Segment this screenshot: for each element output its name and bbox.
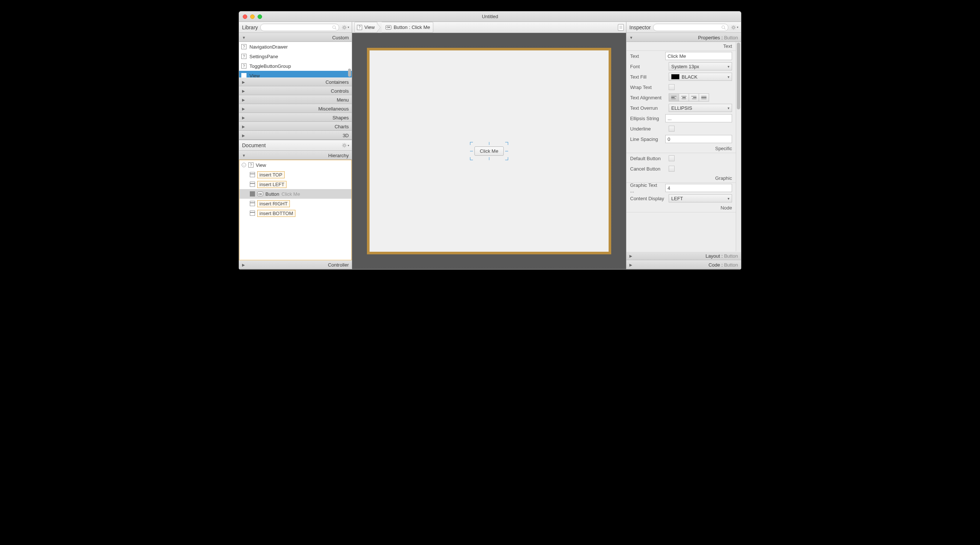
color-swatch-icon — [671, 74, 679, 79]
code-section[interactable]: ▶ Code : Button — [627, 260, 741, 269]
hierarchy-root-view[interactable]: − ? View — [239, 160, 352, 170]
titlebar: Untitled — [239, 11, 741, 22]
graphic-text-gap-input[interactable] — [665, 184, 732, 192]
layout-section[interactable]: ▶ Layout : Button — [627, 251, 741, 260]
prop-font: Font System 13px — [627, 61, 736, 72]
inspector-scrollbar[interactable] — [736, 42, 741, 251]
align-right-button[interactable] — [689, 93, 699, 102]
inspector-body: Text Text Font System 13px Text Fill BLA… — [627, 42, 736, 251]
unknown-icon: ? — [241, 44, 247, 49]
canvas-button[interactable]: Click Me — [474, 147, 504, 156]
unknown-icon: ? — [357, 25, 362, 30]
gear-icon — [342, 143, 347, 148]
default-button-checkbox[interactable] — [669, 155, 675, 161]
selection-handle-icon[interactable] — [470, 142, 473, 145]
breadcrumb-view[interactable]: ? View — [354, 22, 377, 33]
section-shapes[interactable]: ▶Shapes — [239, 113, 352, 122]
selection-handle-icon[interactable] — [489, 142, 490, 145]
library-search[interactable] — [260, 24, 339, 31]
prop-alignment: Text Alignment — [627, 92, 736, 103]
scrollbar-thumb[interactable] — [737, 43, 740, 109]
window-title: Untitled — [239, 14, 741, 19]
prop-wraptext: Wrap Text — [627, 82, 736, 92]
breadcrumb-button[interactable]: OK Button : Click Me — [382, 22, 433, 33]
hierarchy-insert-left[interactable]: insert LEFT — [239, 179, 352, 189]
section-controls[interactable]: ▶Controls — [239, 86, 352, 95]
prop-ellipsis: Ellipsis String — [627, 113, 736, 123]
section-miscellaneous[interactable]: ▶Miscellaneous — [239, 104, 352, 113]
chevron-right-icon: ▶ — [629, 254, 632, 258]
hierarchy-insert-top[interactable]: insert TOP — [239, 170, 352, 179]
selection-handle-icon[interactable] — [470, 151, 473, 151]
hierarchy-section[interactable]: ▼ Hierarchy — [239, 151, 352, 160]
unknown-icon: ? — [241, 54, 247, 59]
section-menu[interactable]: ▶Menu — [239, 95, 352, 104]
ellipsis-input[interactable] — [665, 114, 732, 122]
textfill-combo[interactable]: BLACK — [669, 73, 732, 81]
inspector-search[interactable] — [653, 24, 728, 31]
prop-textfill: Text Fill BLACK — [627, 72, 736, 82]
svg-point-2 — [343, 26, 345, 28]
content-display-combo[interactable]: LEFT — [669, 194, 732, 202]
section-charts[interactable]: ▶Charts — [239, 122, 352, 131]
hierarchy-button-node[interactable]: OK Button Click Me — [239, 189, 352, 199]
text-input[interactable] — [665, 52, 732, 60]
linespacing-input[interactable] — [665, 135, 732, 143]
inspector-gear-button[interactable]: ▾ — [730, 24, 739, 31]
library-item-settingspane[interactable]: ? SettingsPane — [239, 51, 352, 61]
chevron-down-icon: ▼ — [242, 36, 246, 40]
selection-handle-icon[interactable] — [470, 157, 473, 160]
overrun-combo[interactable]: ELLIPSIS — [669, 104, 732, 112]
chevron-down-icon: ▼ — [242, 153, 246, 158]
content: Library ▾ ▼ Custom ? — [239, 22, 741, 269]
selection-handle-icon[interactable] — [505, 151, 508, 151]
font-combo[interactable]: System 13px — [669, 62, 732, 70]
unknown-icon: ? — [241, 73, 247, 78]
section-3d[interactable]: ▶3D — [239, 131, 352, 140]
library-list-custom: ? NavigationDrawer ? SettingsPane ? Togg… — [239, 42, 352, 78]
wrap-text-checkbox[interactable] — [669, 84, 675, 90]
search-icon — [721, 25, 726, 30]
properties-section[interactable]: ▼ Properties : Button — [627, 33, 741, 42]
group-text: Text — [627, 42, 736, 51]
prop-text: Text — [627, 51, 736, 61]
library-accordion: ▼ Custom ? NavigationDrawer ? SettingsPa… — [239, 33, 352, 140]
library-item-togglebuttongroup[interactable]: ? ToggleButtonGroup — [239, 61, 352, 71]
hierarchy-insert-right[interactable]: insert RIGHT — [239, 199, 352, 208]
inspector-header: Inspector ▾ — [627, 22, 741, 33]
library-gear-button[interactable]: ▾ — [341, 24, 350, 31]
chevron-right-icon: ▶ — [242, 80, 245, 84]
section-containers[interactable]: ▶Containers — [239, 78, 352, 86]
chevron-right-icon: ▶ — [242, 134, 245, 137]
library-item-navigationdrawer[interactable]: ? NavigationDrawer — [239, 42, 352, 51]
controller-section[interactable]: ▶ Controller — [239, 260, 352, 269]
prop-default-button: Default Button — [627, 153, 736, 164]
scrollbar-thumb[interactable] — [348, 69, 351, 77]
canvas-root-view[interactable]: Click Me — [367, 48, 611, 254]
unknown-icon: ? — [248, 163, 253, 167]
chevron-right-icon: ▶ — [242, 116, 245, 120]
cancel-button-checkbox[interactable] — [669, 166, 675, 172]
search-icon — [332, 25, 337, 30]
hierarchy-insert-bottom[interactable]: insert BOTTOM — [239, 208, 352, 218]
prop-underline: Underline — [627, 123, 736, 134]
underline-checkbox[interactable] — [669, 126, 675, 132]
section-custom[interactable]: ▼ Custom — [239, 33, 352, 42]
document-icon[interactable] — [618, 24, 624, 31]
selection-handle-icon[interactable] — [505, 142, 508, 145]
align-center-button[interactable] — [679, 93, 689, 102]
document-gear-button[interactable]: ▾ — [341, 142, 350, 149]
button-glyph-icon: OK — [385, 25, 391, 30]
alignment-toggle-group — [669, 93, 709, 102]
library-item-view[interactable]: ? View — [239, 71, 352, 78]
align-justify-button[interactable] — [699, 93, 709, 102]
selection-overlay: Click Me — [474, 147, 504, 156]
selection-handle-icon[interactable] — [505, 157, 508, 160]
gear-icon — [731, 25, 736, 30]
selection-handle-icon[interactable] — [489, 157, 490, 160]
disclosure-icon[interactable]: − — [242, 163, 246, 167]
canvas-area[interactable]: Click Me — [352, 33, 626, 269]
chevron-right-icon: ▶ — [242, 89, 245, 93]
left-panel: Library ▾ ▼ Custom ? — [239, 22, 352, 269]
align-left-button[interactable] — [669, 93, 679, 102]
